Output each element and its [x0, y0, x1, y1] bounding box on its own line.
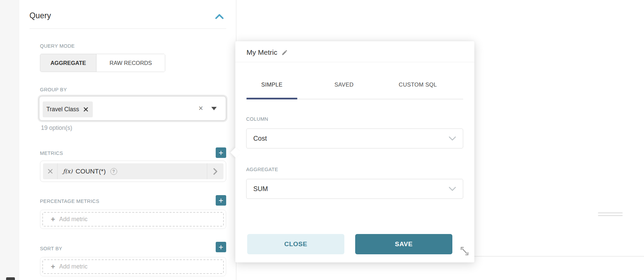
chevron-right-icon [213, 168, 218, 175]
tab-custom-sql[interactable]: CUSTOM SQL [399, 81, 437, 88]
tab-saved[interactable]: SAVED [335, 81, 354, 88]
close-button[interactable]: CLOSE [247, 234, 344, 254]
add-percentage-metric-button[interactable]: + [216, 195, 226, 206]
metrics-label: METRICS [40, 150, 63, 156]
query-mode-aggregate[interactable]: AGGREGATE [40, 54, 96, 72]
column-select-value: Cost [253, 135, 267, 142]
column-select[interactable]: Cost [246, 129, 463, 148]
metric-remove-button[interactable] [43, 163, 57, 179]
sort-by-dropzone: + Add metric [40, 257, 226, 276]
chevron-down-icon [449, 136, 456, 141]
group-by-tag-label: Travel Class [46, 106, 79, 113]
active-tab-indicator [246, 98, 297, 99]
select-caret-down-icon[interactable] [211, 107, 217, 110]
add-sort-button[interactable]: + [216, 242, 226, 252]
add-metric-placeholder: Add metric [59, 263, 88, 270]
select-clear-icon[interactable]: × [196, 96, 206, 120]
function-icon: ƒ(x) [63, 168, 72, 174]
chevron-up-icon [215, 13, 224, 21]
metric-title: My Metric [246, 48, 277, 56]
save-button[interactable]: SAVE [355, 234, 452, 254]
group-by-select[interactable]: Travel Class × [39, 96, 226, 121]
metric-edit-popover: My Metric SIMPLE SAVED CUSTOM SQL COLUMN… [235, 41, 474, 262]
metric-expand-button[interactable] [207, 163, 223, 179]
add-metric-ghost-button[interactable]: + Add metric [42, 259, 224, 274]
pill-divider [57, 163, 58, 179]
percentage-metrics-label: PERCENTAGE METRICS [40, 199, 99, 204]
remove-x-icon [48, 169, 53, 174]
header-divider [235, 62, 474, 62]
metric-name: COUNT(*) [76, 168, 106, 175]
section-divider [29, 28, 226, 29]
group-by-tag[interactable]: Travel Class [43, 101, 93, 117]
plus-icon: + [218, 149, 223, 157]
add-metric-placeholder: Add metric [59, 216, 88, 223]
sort-by-label: SORT BY [40, 246, 62, 251]
aggregate-label: AGGREGATE [246, 167, 278, 172]
explore-page: Query QUERY MODE AGGREGATE RAW RECORDS G… [0, 0, 644, 280]
query-mode-raw-records[interactable]: RAW RECORDS [96, 54, 165, 72]
edit-pencil-icon[interactable] [281, 49, 288, 56]
aggregate-select-value: SUM [253, 185, 268, 193]
add-metric-ghost-button[interactable]: + Add metric [42, 212, 224, 227]
plus-icon: + [218, 196, 223, 205]
plus-icon: + [51, 216, 55, 223]
group-by-label: GROUP BY [40, 87, 67, 92]
query-mode-label: QUERY MODE [40, 43, 75, 49]
percentage-metrics-dropzone: + Add metric [40, 210, 226, 229]
collapse-section-button[interactable] [215, 13, 224, 21]
query-mode-toggle: AGGREGATE RAW RECORDS [40, 54, 165, 72]
popover-header: My Metric [246, 47, 288, 58]
chevron-down-icon [449, 187, 456, 191]
metric-pill-count[interactable]: ƒ(x) COUNT(*) ? [43, 163, 223, 179]
query-section-title: Query [29, 11, 51, 20]
column-label: COLUMN [246, 116, 268, 122]
metrics-container: ƒ(x) COUNT(*) ? [40, 161, 226, 182]
help-circle-icon[interactable]: ? [110, 168, 117, 175]
add-metric-button[interactable]: + [216, 147, 226, 158]
plus-icon: + [51, 263, 55, 271]
group-by-options-count: 19 option(s) [41, 124, 72, 132]
popover-resize-icon[interactable] [459, 246, 470, 256]
aggregate-select[interactable]: SUM [246, 179, 463, 199]
tag-remove-icon[interactable] [84, 107, 88, 112]
plus-icon: + [218, 243, 223, 251]
tab-simple[interactable]: SIMPLE [261, 81, 283, 88]
